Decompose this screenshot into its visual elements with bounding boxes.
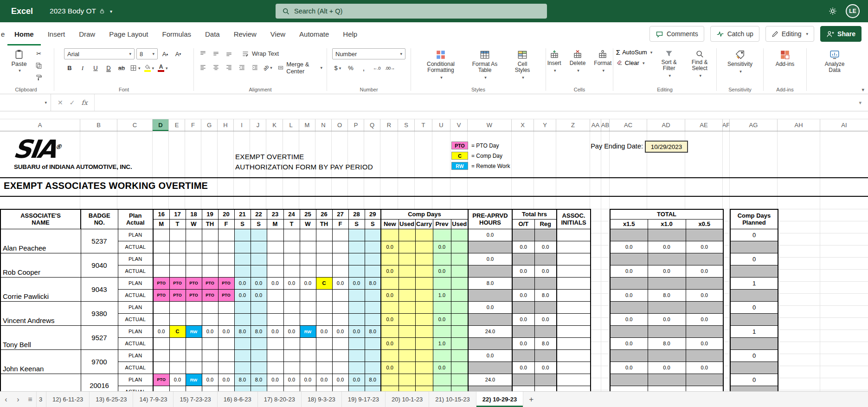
th-comp-sub[interactable]: Prev	[433, 219, 451, 229]
column-header-Q[interactable]: Q	[364, 119, 380, 131]
day-cell[interactable]	[316, 313, 332, 325]
th-comp-sub[interactable]: Carry	[415, 219, 433, 229]
column-header-M[interactable]: M	[299, 119, 315, 131]
day-cell[interactable]	[267, 253, 283, 265]
badge-number[interactable]: 5237	[81, 229, 118, 253]
day-cell[interactable]	[202, 241, 218, 253]
day-cell[interactable]: 0.0	[251, 289, 267, 301]
reg-hours-cell[interactable]: 0.0	[534, 265, 557, 277]
total-cell[interactable]: 0.0	[686, 337, 723, 349]
th-day[interactable]: W	[300, 219, 316, 229]
th-day[interactable]: TH	[316, 219, 332, 229]
comp-day-cell[interactable]	[415, 349, 433, 362]
shaded-cell[interactable]	[686, 374, 723, 386]
day-cell[interactable]	[218, 362, 234, 374]
comp-day-cell[interactable]: 0.0	[433, 241, 451, 253]
day-cell[interactable]: PTO	[218, 277, 234, 289]
associate-name[interactable]: Rob Cooper	[0, 253, 81, 277]
day-cell[interactable]	[169, 241, 186, 253]
day-cell[interactable]	[348, 229, 365, 241]
ot-hours-cell[interactable]: 0.0	[512, 289, 534, 301]
delete-cells-button[interactable]: Delete ▾	[567, 48, 589, 75]
settings-gear-icon[interactable]	[828, 6, 837, 16]
comp-day-cell[interactable]	[433, 229, 451, 241]
badge-number[interactable]: 20016	[81, 374, 118, 391]
th-day[interactable]: S	[348, 219, 365, 229]
sheet-tab[interactable]: 13) 6-25-23	[90, 392, 133, 407]
associate-name[interactable]: Alan Peachee	[0, 229, 81, 253]
comp-day-cell[interactable]	[399, 301, 415, 313]
actual-row-label[interactable]: ACTUAL	[118, 313, 153, 325]
day-cell[interactable]: 0.0	[202, 374, 218, 386]
column-header-AG[interactable]: AG	[730, 119, 778, 131]
day-cell[interactable]	[267, 362, 283, 374]
comp-day-cell[interactable]	[415, 374, 433, 386]
shaded-cell[interactable]	[610, 229, 648, 241]
actual-row-label[interactable]: ACTUAL	[118, 386, 153, 391]
shaded-cell[interactable]	[468, 313, 512, 325]
add-sheet-button[interactable]: +	[523, 392, 539, 407]
day-cell[interactable]: 0.0	[332, 325, 348, 337]
total-cell[interactable]	[648, 386, 686, 391]
day-cell[interactable]	[153, 241, 169, 253]
italic-button[interactable]: I	[77, 63, 88, 73]
conditional-formatting-button[interactable]: Conditional Formatting ▾	[418, 48, 463, 82]
comp-day-cell[interactable]	[451, 386, 468, 391]
pay-ending-date[interactable]: 10/29/2023	[645, 141, 688, 153]
comp-day-cell[interactable]	[381, 349, 399, 362]
comp-day-cell[interactable]	[451, 265, 468, 277]
shaded-cell[interactable]	[512, 277, 534, 289]
day-cell[interactable]	[218, 301, 234, 313]
day-cell[interactable]	[267, 313, 283, 325]
document-title[interactable]: 2023 Body OT ▾	[50, 7, 112, 15]
comp-day-cell[interactable]	[399, 325, 415, 337]
day-cell[interactable]	[365, 241, 381, 253]
comp-day-cell[interactable]	[451, 337, 468, 349]
sheet-tab[interactable]: 12) 6-11-23	[46, 392, 90, 407]
day-cell[interactable]	[234, 337, 251, 349]
day-cell[interactable]: 0.0	[348, 374, 365, 386]
day-cell[interactable]	[316, 229, 332, 241]
day-cell[interactable]	[218, 265, 234, 277]
day-cell[interactable]	[283, 253, 300, 265]
day-cell[interactable]	[332, 265, 348, 277]
day-cell[interactable]: PTO	[169, 289, 186, 301]
th-day[interactable]: S	[234, 219, 251, 229]
font-name-select[interactable]: Arial▾	[64, 48, 135, 59]
preapproved-hours-cell[interactable]: 0.0	[468, 349, 512, 362]
day-cell[interactable]	[332, 362, 348, 374]
comp-day-cell[interactable]	[451, 253, 468, 265]
comp-day-cell[interactable]	[381, 325, 399, 337]
double-underline-button[interactable]: D	[103, 63, 114, 73]
shaded-cell[interactable]	[648, 325, 686, 337]
total-cell[interactable]: 0.0	[610, 313, 648, 325]
comp-day-cell[interactable]: 0.0	[433, 265, 451, 277]
day-cell[interactable]	[218, 337, 234, 349]
th-ot[interactable]: O/T	[512, 219, 534, 229]
badge-number[interactable]: 9700	[81, 349, 118, 374]
ribbon-tab-draw[interactable]: Draw	[72, 22, 102, 45]
total-cell[interactable]: 0.0	[610, 241, 648, 253]
shaded-cell[interactable]	[686, 229, 723, 241]
decrease-decimal-button[interactable]: .00→	[384, 63, 396, 73]
th-day[interactable]: W	[186, 219, 202, 229]
associate-name[interactable]: Tony Bell	[0, 325, 81, 349]
day-cell[interactable]	[348, 386, 365, 391]
editing-mode-button[interactable]: Editing ▾	[765, 26, 814, 42]
day-cell[interactable]	[169, 386, 186, 391]
day-cell[interactable]: RW	[186, 374, 202, 386]
day-cell[interactable]	[300, 362, 316, 374]
day-cell[interactable]	[283, 313, 300, 325]
comp-day-cell[interactable]: 1.0	[433, 337, 451, 349]
shaded-cell[interactable]	[512, 301, 534, 313]
comp-day-cell[interactable]	[451, 325, 468, 337]
comp-day-cell[interactable]	[415, 362, 433, 374]
shaded-cell[interactable]	[534, 229, 557, 241]
th-date[interactable]: 23	[267, 209, 283, 219]
initials-cell[interactable]	[557, 241, 591, 253]
column-header-R[interactable]: R	[380, 119, 398, 131]
column-header-AD[interactable]: AD	[647, 119, 685, 131]
comp-day-cell[interactable]: 0.0	[381, 289, 399, 301]
day-cell[interactable]	[365, 253, 381, 265]
th-multiplier[interactable]: x1.5	[610, 219, 648, 229]
